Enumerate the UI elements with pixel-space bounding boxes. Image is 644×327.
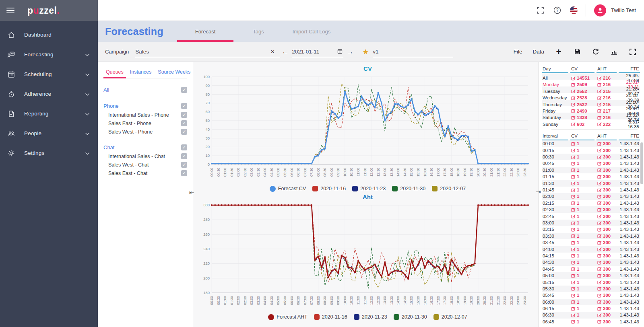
day-table-row[interactable]: Monday250921621.01-39.11 bbox=[542, 80, 640, 86]
aht-value[interactable]: 300 bbox=[597, 214, 617, 219]
chevron-down-icon[interactable] bbox=[85, 71, 90, 78]
cv-value[interactable]: 1 bbox=[570, 154, 594, 159]
interval-table-row[interactable]: 05:4513001.43-1.43 bbox=[542, 292, 640, 298]
cv-value[interactable]: 2528 bbox=[570, 95, 594, 100]
cv-value[interactable]: 1 bbox=[570, 181, 594, 186]
cv-value[interactable]: 1 bbox=[570, 306, 594, 311]
interval-table-row[interactable]: 05:3013001.43-1.43 bbox=[542, 286, 640, 292]
interval-table-row[interactable]: 01:0013001.43-1.43 bbox=[542, 167, 640, 173]
interval-table-row[interactable]: 03:1513001.43-1.43 bbox=[542, 226, 640, 232]
interval-table-row[interactable]: 05:0013001.43-1.43 bbox=[542, 272, 640, 279]
collapse-left-panel-icon[interactable]: ⇤ bbox=[189, 189, 194, 196]
cv-value[interactable]: 1 bbox=[570, 273, 594, 278]
date-input[interactable] bbox=[292, 47, 343, 57]
day-table-row[interactable]: Saturday133821613.52-26.74 bbox=[542, 113, 640, 119]
filter-tab-queues[interactable]: Queues bbox=[103, 68, 126, 78]
save-icon[interactable] bbox=[573, 48, 581, 56]
interval-table-row[interactable]: 06:0013001.43-1.43 bbox=[542, 299, 640, 305]
user-name[interactable]: Twilio Test bbox=[611, 7, 636, 13]
cv-value[interactable]: 2532 bbox=[570, 102, 594, 107]
filter-tab-instances[interactable]: Instances bbox=[128, 68, 154, 78]
queue-item-sales-east-chat[interactable]: Sales East - Chat✓ bbox=[103, 169, 187, 177]
sidebar-item-reporting[interactable]: Reporting bbox=[0, 104, 98, 123]
cv-value[interactable]: 1 bbox=[570, 300, 594, 304]
legend-item-2020-11-30[interactable]: 2020-11-30 bbox=[392, 186, 425, 191]
day-table-row[interactable]: Friday249021720.97-39.06 bbox=[542, 106, 640, 113]
legend-item-2020-11-16[interactable]: 2020-11-16 bbox=[314, 314, 347, 320]
aht-value[interactable]: 222 bbox=[597, 122, 617, 127]
interval-table-row[interactable]: 03:0013001.43-1.43 bbox=[542, 220, 640, 226]
interval-table-row[interactable]: 02:3013001.43-1.43 bbox=[542, 206, 640, 213]
queue-item-sales-west-phone[interactable]: Sales West - Phone✓ bbox=[103, 128, 187, 136]
campaign-input[interactable] bbox=[135, 47, 280, 57]
cv-value[interactable]: 1 bbox=[570, 194, 594, 199]
filter-tab-source-weeks[interactable]: Source Weeks bbox=[155, 68, 193, 78]
add-icon[interactable]: + bbox=[555, 48, 563, 56]
file-menu[interactable]: File bbox=[514, 49, 522, 55]
aht-value[interactable]: 300 bbox=[597, 181, 617, 186]
prev-date-icon[interactable]: ← bbox=[282, 48, 289, 56]
data-menu[interactable]: Data bbox=[533, 49, 544, 55]
day-table-row[interactable]: Wednesday252821621.18-39.39 bbox=[542, 93, 640, 99]
cv-value[interactable]: 1 bbox=[570, 207, 594, 212]
interval-table-row[interactable]: 04:0013001.43-1.43 bbox=[542, 246, 640, 252]
checkbox[interactable]: ✓ bbox=[181, 120, 187, 126]
aht-value[interactable]: 300 bbox=[597, 207, 617, 212]
aht-value[interactable]: 300 bbox=[597, 300, 617, 304]
cv-value[interactable]: 1 bbox=[570, 161, 594, 166]
legend-item-2020-11-30[interactable]: 2020-11-30 bbox=[394, 314, 427, 320]
legend-item-2020-11-23[interactable]: 2020-11-23 bbox=[352, 186, 386, 191]
fullscreen-chart-icon[interactable] bbox=[629, 48, 637, 56]
chevron-down-icon[interactable] bbox=[85, 130, 90, 137]
interval-table-row[interactable]: 04:3013001.43-1.43 bbox=[542, 259, 640, 265]
aht-value[interactable]: 300 bbox=[597, 234, 617, 239]
version-input[interactable] bbox=[373, 47, 453, 57]
language-flag-icon[interactable] bbox=[570, 6, 578, 14]
interval-table-row[interactable]: 02:1513001.43-1.43 bbox=[542, 200, 640, 206]
cv-value[interactable]: 1 bbox=[570, 267, 594, 271]
cv-value[interactable]: 1 bbox=[570, 141, 594, 146]
sidebar-item-people[interactable]: People bbox=[0, 123, 98, 143]
tab-import-call-logs[interactable]: Import Call Logs bbox=[285, 21, 338, 42]
aht-value[interactable]: 300 bbox=[597, 201, 617, 206]
interval-table-row[interactable]: 02:0013001.43-1.43 bbox=[542, 193, 640, 199]
chevron-down-icon[interactable] bbox=[85, 110, 90, 117]
aht-value[interactable]: 300 bbox=[597, 286, 617, 291]
hamburger-menu-icon[interactable] bbox=[6, 8, 14, 13]
aht-value[interactable]: 300 bbox=[597, 154, 617, 159]
aht-value[interactable]: 217 bbox=[597, 109, 617, 113]
cv-value[interactable]: 2490 bbox=[570, 109, 594, 113]
queue-item-international-sales-phone[interactable]: International Sales - Phone✓ bbox=[103, 111, 187, 119]
aht-value[interactable]: 300 bbox=[597, 187, 617, 192]
interval-table-row[interactable]: 03:3013001.43-1.43 bbox=[542, 233, 640, 239]
legend-item-forecast-aht[interactable]: Forecast AHT bbox=[268, 314, 307, 320]
avatar[interactable] bbox=[594, 4, 606, 16]
cv-value[interactable]: 1 bbox=[570, 260, 594, 265]
interval-table-row[interactable]: 04:1513001.43-1.43 bbox=[542, 253, 640, 259]
cv-value[interactable]: 1 bbox=[570, 201, 594, 206]
sidebar-item-adherence[interactable]: Adherence bbox=[0, 84, 98, 104]
day-table-row[interactable]: Tuesday255221521.28-39.47 bbox=[542, 86, 640, 93]
legend-item-2020-12-07[interactable]: 2020-12-07 bbox=[433, 314, 467, 320]
tab-tags[interactable]: Tags bbox=[232, 21, 285, 42]
interval-table-row[interactable]: 05:1513001.43-1.43 bbox=[542, 279, 640, 285]
checkbox[interactable]: ✓ bbox=[181, 112, 187, 118]
chevron-down-icon[interactable] bbox=[85, 90, 90, 98]
aht-value[interactable]: 300 bbox=[597, 161, 617, 166]
day-table-row[interactable]: Sunday6022228.31-16.35 bbox=[542, 119, 640, 126]
chart-icon[interactable] bbox=[610, 48, 618, 56]
legend-item-2020-12-07[interactable]: 2020-12-07 bbox=[432, 186, 466, 191]
aht-value[interactable]: 300 bbox=[597, 306, 617, 311]
queue-group-all[interactable]: All✓ bbox=[103, 85, 187, 95]
aht-value[interactable]: 300 bbox=[597, 194, 617, 199]
sidebar-item-scheduling[interactable]: Scheduling bbox=[0, 64, 98, 84]
aht-value[interactable]: 300 bbox=[597, 260, 617, 265]
interval-table-row[interactable]: 01:3013001.43-1.43 bbox=[542, 180, 640, 186]
chevron-down-icon[interactable] bbox=[85, 51, 90, 58]
interval-table-row[interactable]: 00:3013001.43-1.43 bbox=[542, 154, 640, 160]
cv-value[interactable]: 2509 bbox=[570, 82, 594, 87]
queue-item-sales-east-phone[interactable]: Sales East - Phone✓ bbox=[103, 119, 187, 128]
cv-value[interactable]: 1 bbox=[570, 214, 594, 219]
aht-value[interactable]: 216 bbox=[597, 115, 617, 120]
checkbox[interactable]: ✓ bbox=[181, 144, 187, 150]
